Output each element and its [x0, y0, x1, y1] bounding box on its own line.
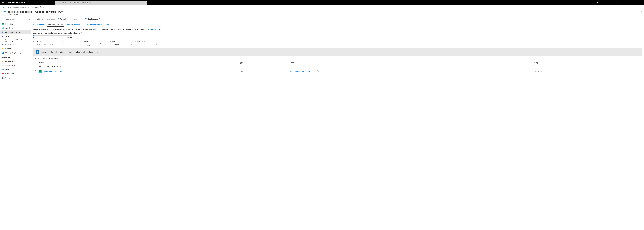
- group-header-row: Storage Blob Data Contributor: [33, 65, 642, 69]
- nav-cors[interactable]: CORS: [0, 68, 31, 72]
- tab-classic-admins[interactable]: Classic administrators: [84, 23, 102, 26]
- filter-role-select[interactable]: Storage Blob Data Contri...: [84, 43, 108, 46]
- nav-encryption[interactable]: Encryption: [0, 76, 31, 80]
- edit-columns-button[interactable]: Edit columns: [41, 18, 56, 20]
- notifications-icon[interactable]: [600, 0, 605, 5]
- tab-deny-assignments[interactable]: Deny assignments: [66, 23, 82, 26]
- info-icon[interactable]: [63, 40, 65, 42]
- filtered-results-notice: i Showing a filtered set of results. Tot…: [33, 48, 642, 56]
- group-header-label: Storage Blob Data Contributor: [38, 65, 642, 69]
- chevron-down-icon: [130, 44, 132, 45]
- global-search[interactable]: [55, 1, 148, 4]
- col-role[interactable]: Role: [289, 60, 533, 65]
- transfer-icon: [2, 44, 4, 46]
- info-icon: i: [36, 50, 40, 54]
- row-checkbox[interactable]: [34, 70, 36, 72]
- nav-geo-replication[interactable]: Geo-replication: [0, 63, 31, 68]
- globe-icon: [2, 64, 4, 66]
- svg-rect-36: [2, 74, 4, 74]
- breadcrumb-home[interactable]: Home: [2, 6, 8, 8]
- global-search-input[interactable]: [55, 1, 148, 4]
- learn-more-link[interactable]: Learn more: [150, 28, 162, 30]
- cloud-shell-icon[interactable]: [590, 0, 595, 5]
- chevron-down-icon: [105, 44, 106, 45]
- breadcrumb-resource: ▧▧▧▧▧▧▧▧▧▧: [10, 6, 26, 8]
- svg-rect-44: [160, 29, 161, 30]
- refresh-button[interactable]: Refresh: [56, 18, 67, 20]
- info-icon[interactable]: [317, 70, 318, 72]
- filter-name-input[interactable]: [33, 43, 56, 46]
- diagnose-icon: [2, 40, 4, 42]
- page-header: ▧▧▧▧▧▧▧▧▧▧ - Access control (IAM) Storag…: [0, 9, 644, 16]
- filter-role-label: Role: [84, 40, 108, 42]
- col-scope[interactable]: Scope: [533, 60, 642, 65]
- collapse-menu-button[interactable]: [28, 18, 30, 20]
- content-area: Add Edit columns Refresh Remove Got feed…: [31, 16, 644, 230]
- nav-overview[interactable]: Overview: [0, 22, 31, 26]
- filter-scope-select[interactable]: All scopes: [110, 43, 133, 46]
- nav-data-transfer[interactable]: Data transfer: [0, 42, 31, 46]
- principal-link[interactable]: SnowflakePACInt0154: [44, 70, 62, 72]
- tab-strip: Check access Role assignments Deny assig…: [31, 22, 644, 27]
- svg-rect-32: [2, 53, 3, 53]
- nav-activity-log[interactable]: Activity log: [0, 26, 31, 30]
- lock-icon: [2, 77, 4, 79]
- feedback-button[interactable]: Got feedback?: [84, 18, 100, 20]
- nav-tags[interactable]: Tags: [0, 34, 31, 38]
- svg-point-33: [2, 61, 3, 62]
- tab-role-assignments[interactable]: Role assignments: [47, 23, 64, 26]
- tab-check-access[interactable]: Check access: [33, 23, 44, 26]
- filter-scope-label: Scope: [110, 40, 133, 42]
- page-title: ▧▧▧▧▧▧▧▧▧▧ - Access control (IAM): [8, 10, 64, 14]
- quota-current: 6: [33, 36, 34, 38]
- nav-diagnose[interactable]: Diagnose and solve problems: [0, 38, 31, 42]
- svg-point-10: [613, 3, 613, 3]
- tag-icon: [2, 35, 4, 37]
- info-icon[interactable]: [88, 40, 90, 42]
- info-icon[interactable]: [80, 32, 82, 34]
- add-button[interactable]: Add: [33, 18, 40, 20]
- user-account[interactable]: [621, 0, 644, 5]
- filter-name-label: Name: [33, 40, 56, 42]
- info-icon[interactable]: [39, 40, 40, 42]
- col-name[interactable]: Name: [38, 60, 238, 65]
- nav-access-control[interactable]: Access control (IAM): [0, 30, 31, 34]
- settings-icon[interactable]: [605, 0, 610, 5]
- col-type[interactable]: Type: [238, 60, 289, 65]
- cors-icon: [2, 68, 4, 70]
- close-blade-button[interactable]: [639, 10, 643, 14]
- hamburger-menu[interactable]: [0, 0, 6, 5]
- storage-explorer-icon: [2, 52, 4, 54]
- notice-text: Showing a filtered set of results. Total…: [42, 51, 99, 53]
- feedback-face-icon[interactable]: [616, 0, 621, 5]
- help-icon[interactable]: [610, 0, 616, 5]
- table-row[interactable]: SnowflakePACInt0154 App Storage Blob Dat…: [33, 69, 642, 74]
- nav-storage-explorer[interactable]: Storage Explorer (preview): [0, 51, 31, 55]
- people-icon: [2, 10, 6, 14]
- log-icon: [2, 27, 4, 29]
- role-link[interactable]: Storage Blob Data Contributor: [290, 70, 316, 72]
- nav-access-keys[interactable]: Access keys: [0, 59, 31, 63]
- breadcrumb-tail: - Access control (IAM): [26, 6, 44, 8]
- info-icon[interactable]: [144, 40, 146, 42]
- select-all-checkbox[interactable]: [34, 62, 36, 63]
- info-icon[interactable]: [116, 40, 117, 42]
- quota-heading: Number of role assignments for this subs…: [33, 32, 642, 34]
- resource-menu-search[interactable]: [2, 18, 26, 21]
- key-icon: [2, 60, 4, 62]
- svg-rect-31: [2, 52, 3, 53]
- nav-events[interactable]: Events: [0, 46, 31, 51]
- nav-configuration[interactable]: Configuration: [0, 72, 31, 76]
- nav-group-settings: Settings: [0, 55, 31, 58]
- people-icon: [2, 31, 4, 33]
- brand[interactable]: Microsoft Azure: [6, 2, 26, 4]
- remove-button[interactable]: Remove: [70, 18, 81, 20]
- quota-bar: [33, 35, 72, 36]
- app-icon: [39, 70, 42, 73]
- filter-type-select[interactable]: All: [59, 43, 82, 46]
- svg-point-8: [608, 2, 608, 3]
- tab-roles[interactable]: Roles: [104, 23, 109, 26]
- filter-groupby-select[interactable]: Role: [135, 43, 158, 46]
- svg-rect-30: [2, 52, 4, 54]
- directory-filter-icon[interactable]: [595, 0, 600, 5]
